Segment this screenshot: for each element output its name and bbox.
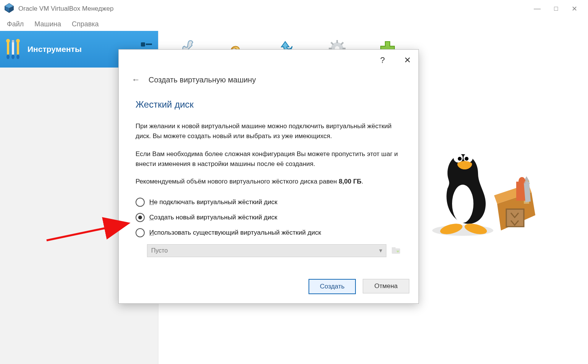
radio-icon [136,228,145,237]
radio-label: Создать новый виртуальный жёсткий диск [149,214,277,221]
radio-label: Не подключать виртуальный жёсткий диск [149,198,277,206]
window-controls: — ☐ ✕ [534,5,584,13]
radio-group-disk: Не подключать виртуальный жёсткий диск С… [136,195,402,257]
dialog-para-1: При желании к новой виртуальной машине м… [136,121,402,142]
svg-point-4 [6,39,10,43]
radio-use-existing-disk[interactable]: Использовать существующий виртуальный жё… [136,225,402,240]
section-title: Жесткий диск [136,99,402,110]
menu-file[interactable]: Файл [7,20,24,28]
cancel-button[interactable]: Отмена [363,279,409,293]
dialog-close-button[interactable]: ✕ [404,55,411,65]
minimize-button[interactable]: — [534,5,541,13]
maximize-button[interactable]: ☐ [554,6,559,12]
svg-point-30 [465,157,468,161]
svg-line-18 [331,42,333,45]
dialog-title: Создать виртуальную машину [149,76,256,84]
close-button[interactable]: ✕ [572,5,577,13]
app-window: Oracle VM VirtualBox Менеджер — ☐ ✕ Файл… [0,0,588,364]
menubar: Файл Машина Справка [0,17,588,31]
menu-machine[interactable]: Машина [34,20,61,28]
dialog-para-3: Рекомендуемый объём нового виртуального … [136,177,402,187]
create-button[interactable]: Создать [309,279,356,294]
existing-disk-row: Пусто ▾ [147,244,402,257]
svg-rect-6 [12,40,14,42]
chevron-down-icon: ▾ [379,247,382,254]
sidebar-menu-icon[interactable] [140,39,153,50]
svg-line-20 [341,42,343,45]
svg-point-29 [458,157,462,161]
menu-help[interactable]: Справка [72,20,99,28]
radio-create-disk[interactable]: Создать новый виртуальный жёсткий диск [136,210,402,225]
app-icon [4,3,15,14]
sidebar-item-label: Инструменты [27,45,82,54]
app-title: Oracle VM VirtualBox Менеджер [18,5,113,13]
radio-icon [136,198,145,207]
back-button[interactable]: ← [132,75,140,85]
create-vm-dialog: ? ✕ ← Создать виртуальную машину Жесткий… [118,49,419,304]
radio-label: Использовать существующий виртуальный жё… [149,229,321,237]
tools-icon [0,39,27,60]
svg-point-11 [16,55,19,59]
svg-point-9 [6,55,10,59]
dialog-para-2: Если Вам необходима более сложная конфиг… [136,149,402,169]
svg-point-26 [452,185,473,223]
svg-point-8 [16,39,20,43]
radio-no-disk[interactable]: Не подключать виртуальный жёсткий диск [136,195,402,210]
titlebar: Oracle VM VirtualBox Менеджер — ☐ ✕ [0,0,588,17]
radio-icon [136,213,145,222]
svg-point-10 [11,55,15,59]
welcome-image [428,116,543,239]
dialog-help-button[interactable]: ? [380,55,385,65]
combo-value: Пусто [151,247,168,254]
svg-rect-34 [392,247,396,249]
browse-disk-button[interactable] [391,246,402,255]
existing-disk-combo[interactable]: Пусто ▾ [147,244,386,257]
